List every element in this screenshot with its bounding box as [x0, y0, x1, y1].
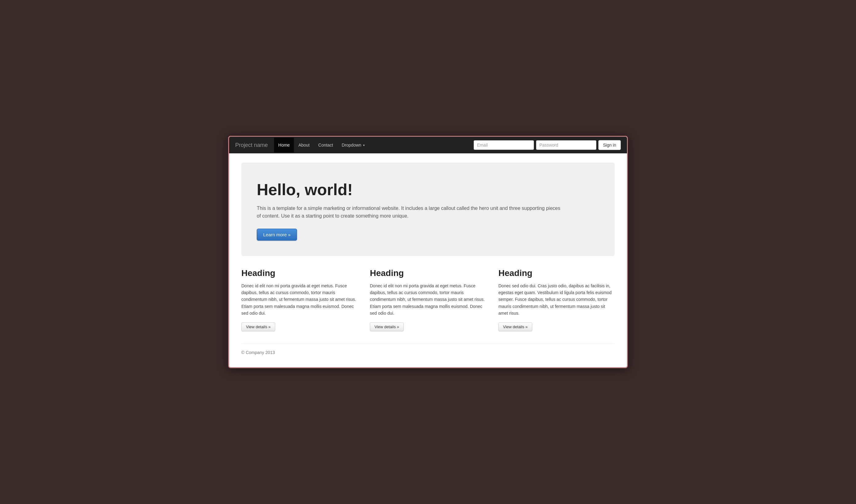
nav-dropdown[interactable]: Dropdown ▾ — [337, 138, 369, 152]
brand-label: Project name — [235, 142, 268, 148]
learn-more-button[interactable]: Learn more » — [257, 229, 297, 241]
browser-window: Project name Home About Contact Dropdown… — [228, 136, 628, 368]
column-2-heading: Heading — [370, 268, 486, 278]
nav-links: Home About Contact Dropdown ▾ — [274, 138, 474, 152]
column-2: Heading Donec id elit non mi porta gravi… — [370, 268, 486, 331]
footer: © Company 2013 — [242, 344, 614, 355]
column-2-view-details-button[interactable]: View details » — [370, 322, 404, 331]
email-input[interactable] — [474, 140, 534, 150]
navbar-form: Sign in — [474, 140, 621, 150]
column-3-text: Donec sed odio dui. Cras justo odio, dap… — [498, 283, 614, 317]
password-input[interactable] — [536, 140, 596, 150]
column-3-heading: Heading — [498, 268, 614, 278]
navbar: Project name Home About Contact Dropdown… — [229, 137, 627, 154]
column-2-text: Donec id elit non mi porta gravida at eg… — [370, 283, 486, 317]
column-3-view-details-button[interactable]: View details » — [498, 322, 532, 331]
main-content: Hello, world! This is a template for a s… — [229, 154, 627, 367]
column-1-text: Donec id elit non mi porta gravida at eg… — [242, 283, 358, 317]
signin-button[interactable]: Sign in — [598, 140, 621, 150]
column-1-heading: Heading — [242, 268, 358, 278]
column-1-view-details-button[interactable]: View details » — [242, 322, 275, 331]
hero-text: This is a template for a simple marketin… — [257, 204, 564, 220]
nav-contact[interactable]: Contact — [314, 138, 337, 152]
column-1: Heading Donec id elit non mi porta gravi… — [242, 268, 358, 331]
chevron-down-icon: ▾ — [363, 144, 365, 147]
hero-section: Hello, world! This is a template for a s… — [242, 163, 614, 256]
hero-title: Hello, world! — [257, 181, 599, 199]
copyright-text: © Company 2013 — [242, 350, 275, 355]
column-3: Heading Donec sed odio dui. Cras justo o… — [498, 268, 614, 331]
nav-about[interactable]: About — [294, 138, 314, 152]
nav-home[interactable]: Home — [274, 138, 294, 152]
columns-section: Heading Donec id elit non mi porta gravi… — [242, 268, 614, 331]
